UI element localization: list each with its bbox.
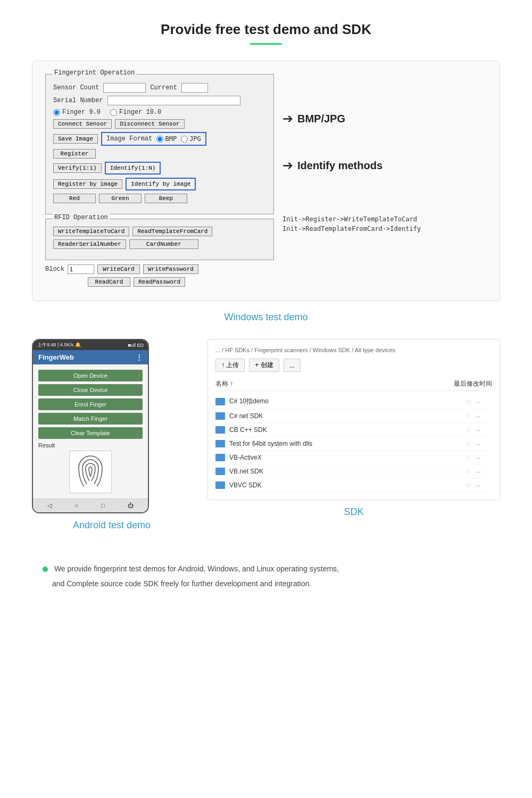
file-star[interactable]: ☆	[466, 412, 472, 420]
open-device-button[interactable]: Open Device	[38, 370, 143, 381]
footer-text-2: and Complete source code SDK freely for …	[52, 579, 311, 588]
serial-number-label: Serial Number	[53, 97, 103, 104]
footer-section: We provide fingerprint test demos for An…	[32, 552, 500, 596]
file-rows-container: C# 10指demo ☆ -- C# net SDK ☆ -- CB C++ S…	[215, 394, 492, 492]
identify-by-image-box: Identify by image	[126, 178, 196, 190]
card-number-button[interactable]: CardNumber	[129, 239, 198, 249]
close-device-button[interactable]: Close Device	[38, 384, 143, 396]
red-button[interactable]: Red	[53, 194, 96, 203]
image-format-label: Image Format	[106, 135, 152, 143]
more-actions-button[interactable]: ...	[284, 359, 301, 372]
finger-9-radio[interactable]: Finger 9.0	[53, 109, 101, 116]
clear-template-button[interactable]: Clear Template	[38, 427, 143, 439]
file-name: Test for 64bit system with dlls	[229, 440, 466, 447]
disconnect-sensor-button[interactable]: Disconnect Sensor	[115, 119, 184, 129]
android-demo-label: Android test demo	[32, 520, 192, 531]
identify-button[interactable]: Identify(1:N)	[109, 164, 157, 172]
file-row[interactable]: C# 10指demo ☆ --	[215, 394, 492, 409]
bmp-jpg-label: BMP/JPG	[297, 113, 345, 125]
phone-title-bar: FingerWeb ⋮	[33, 350, 148, 364]
identify-by-image-button[interactable]: Identify by image	[130, 180, 192, 188]
nav-recent-icon[interactable]: □	[101, 502, 105, 509]
file-date: --	[476, 398, 492, 405]
upload-button[interactable]: ↑ 上传	[215, 359, 245, 372]
jpg-radio[interactable]: JPG	[181, 135, 201, 143]
page-title: Provide free test demo and SDK	[32, 21, 500, 38]
green-button[interactable]: Green	[99, 194, 142, 203]
file-name: VBVC SDK	[229, 481, 466, 489]
identify-methods-annotation: ➔ Identify methods	[282, 158, 487, 173]
register-by-image-button[interactable]: Register by image	[53, 179, 122, 189]
beep-button[interactable]: Beep	[145, 194, 187, 203]
windows-demo-box: Fingerprint Operation Sensor Count Curre…	[32, 61, 500, 301]
read-card-button[interactable]: ReadCard	[88, 277, 130, 287]
block-input[interactable]: 1	[68, 264, 94, 274]
file-star[interactable]: ☆	[466, 453, 472, 461]
write-template-button[interactable]: WriteTemplateToCard	[53, 227, 129, 236]
nav-back-icon[interactable]: ◁	[47, 502, 52, 509]
windows-demo-label: Windows test demo	[32, 312, 500, 323]
rfid-operation-panel: RFID Operation WriteTemplateToCard ReadT…	[45, 219, 274, 260]
reader-serial-button[interactable]: ReaderSerialNumber	[53, 239, 126, 249]
android-demo-column: 上午9:48 | 4.5K/s 🔔 ■ull ED FingerWeb ⋮ Op…	[32, 339, 192, 542]
phone-mockup: 上午9:48 | 4.5K/s 🔔 ■ull ED FingerWeb ⋮ Op…	[32, 339, 149, 513]
two-col-section: 上午9:48 | 4.5K/s 🔔 ■ull ED FingerWeb ⋮ Op…	[32, 339, 500, 542]
file-row[interactable]: CB C++ SDK ☆ --	[215, 423, 492, 437]
nav-home-icon[interactable]: ○	[74, 502, 78, 509]
finger-10-radio[interactable]: Finger 10.0	[110, 109, 161, 116]
match-finger-button[interactable]: Match Finger	[38, 413, 143, 425]
finger-10-label: Finger 10.0	[119, 109, 161, 116]
verify-button[interactable]: Verify(1:1)	[53, 163, 102, 173]
file-star[interactable]: ☆	[466, 481, 472, 489]
write-card-button[interactable]: WriteCard	[97, 264, 140, 274]
file-star[interactable]: ☆	[466, 439, 472, 447]
write-password-button[interactable]: WritePassword	[143, 264, 198, 274]
file-name: VB.net SDK	[229, 468, 466, 475]
phone-menu-icon[interactable]: ⋮	[136, 353, 143, 361]
sensor-count-input[interactable]	[103, 83, 146, 93]
phone-status-icons: ■ull ED	[128, 343, 144, 348]
fingerprint-operation-panel: Fingerprint Operation Sensor Count Curre…	[45, 74, 274, 214]
enrol-finger-button[interactable]: Enrol Finger	[38, 398, 143, 410]
file-date: --	[476, 468, 492, 475]
file-star[interactable]: ☆	[466, 397, 472, 405]
bmp-radio[interactable]: BMP	[156, 135, 177, 143]
finger-9-label: Finger 9.0	[62, 109, 101, 116]
fp-operation-legend: Fingerprint Operation	[52, 69, 137, 77]
fingerprint-svg	[74, 453, 106, 491]
file-row[interactable]: VB.net SDK ☆ --	[215, 464, 492, 478]
file-name-header: 名称 ↑	[215, 379, 233, 388]
read-template-button[interactable]: ReadTemplateFromCard	[132, 227, 212, 236]
file-name: VB-ActiveX	[229, 454, 466, 461]
folder-icon	[215, 398, 225, 405]
file-star[interactable]: ☆	[466, 426, 472, 434]
workflow-text-area: Init->Register->WriteTemplateToCard Init…	[282, 173, 487, 232]
file-row[interactable]: VBVC SDK ☆ --	[215, 478, 492, 492]
identify-methods-arrow: ➔	[282, 158, 293, 173]
phone-app-name: FingerWeb	[38, 353, 74, 361]
rfid-legend: RFID Operation	[52, 214, 110, 221]
current-input[interactable]	[181, 83, 208, 93]
save-image-button[interactable]: Save Image	[53, 134, 98, 144]
file-row[interactable]: Test for 64bit system with dlls ☆ --	[215, 437, 492, 451]
read-password-button[interactable]: ReadPassword	[134, 277, 185, 287]
nav-power-icon[interactable]: ⏻	[128, 502, 134, 509]
bullet-dot-1	[43, 567, 48, 572]
connect-sensor-button[interactable]: Connect Sensor	[53, 119, 112, 129]
file-date: --	[476, 440, 492, 447]
file-star[interactable]: ☆	[466, 467, 472, 475]
phone-time: 上午9:48 | 4.5K/s 🔔	[37, 342, 81, 348]
create-button[interactable]: + 创建	[249, 359, 279, 372]
register-button[interactable]: Register	[53, 149, 96, 159]
serial-number-input[interactable]	[107, 96, 240, 105]
file-row[interactable]: C# net SDK ☆ --	[215, 409, 492, 423]
folder-icon	[215, 481, 225, 489]
workflow-line-1: Init->Register->WriteTemplateToCard	[282, 215, 487, 223]
file-date: --	[476, 427, 492, 433]
file-date: --	[476, 413, 492, 419]
file-name: C# net SDK	[229, 412, 466, 420]
file-row[interactable]: VB-ActiveX ☆ --	[215, 451, 492, 464]
file-date: --	[476, 482, 492, 488]
identify-methods-label: Identify methods	[297, 160, 383, 172]
file-date: --	[476, 454, 492, 461]
